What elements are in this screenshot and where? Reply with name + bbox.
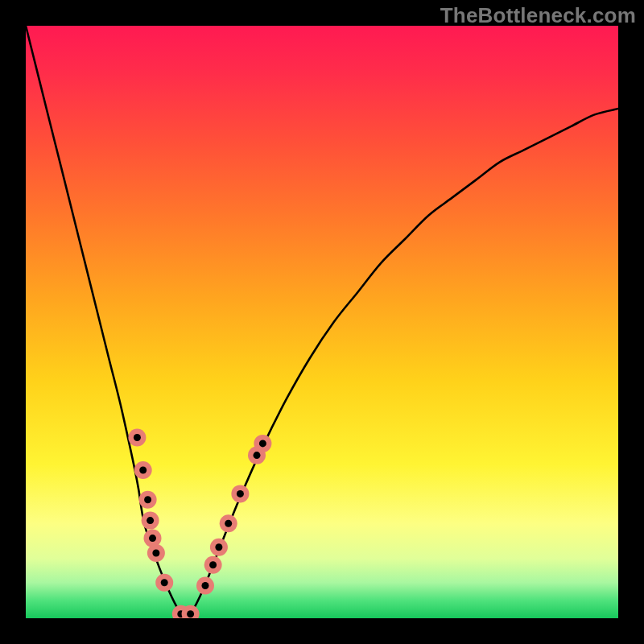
- plot-area: [26, 26, 618, 618]
- highlight-markers: [128, 429, 271, 619]
- marker-dot-core: [147, 517, 154, 524]
- marker-dot-core: [225, 520, 232, 527]
- marker-dot-core: [187, 610, 194, 617]
- marker-dot-core: [209, 561, 217, 568]
- marker-dot-core: [149, 535, 156, 542]
- marker-dot-core: [237, 490, 244, 497]
- marker-dot-core: [254, 452, 261, 459]
- bottleneck-curve: [26, 26, 618, 618]
- marker-dot-core: [161, 579, 168, 586]
- chart-frame: TheBottleneck.com: [0, 0, 644, 644]
- marker-dot-core: [144, 496, 151, 503]
- marker-dot-core: [202, 582, 209, 589]
- marker-dot-core: [139, 467, 147, 474]
- chart-svg: [26, 26, 618, 618]
- marker-dot-core: [215, 543, 222, 551]
- marker-dot-core: [152, 550, 159, 557]
- watermark-text: TheBottleneck.com: [440, 3, 636, 28]
- marker-dot-core: [259, 440, 266, 447]
- marker-dot-core: [134, 434, 141, 441]
